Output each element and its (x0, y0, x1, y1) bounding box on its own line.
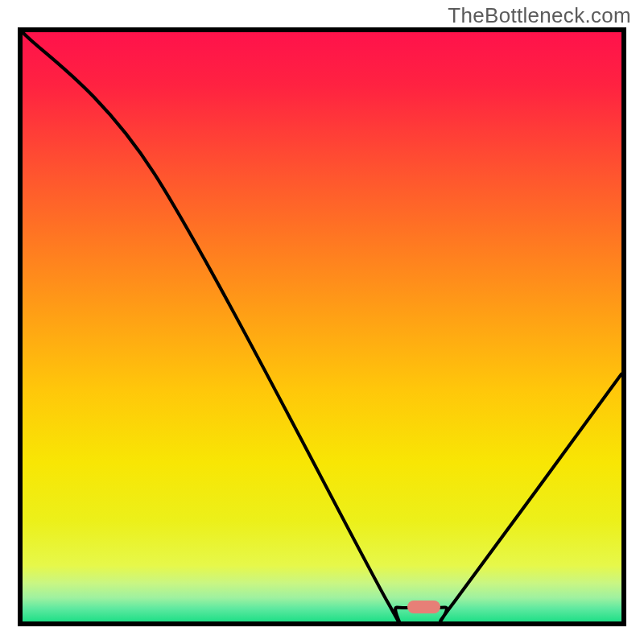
background-gradient (23, 32, 621, 621)
chart-frame (18, 27, 626, 626)
optimal-marker (407, 601, 440, 613)
svg-rect-0 (23, 32, 621, 621)
chart-container: TheBottleneck.com (0, 0, 644, 644)
watermark-text: TheBottleneck.com (448, 3, 631, 28)
